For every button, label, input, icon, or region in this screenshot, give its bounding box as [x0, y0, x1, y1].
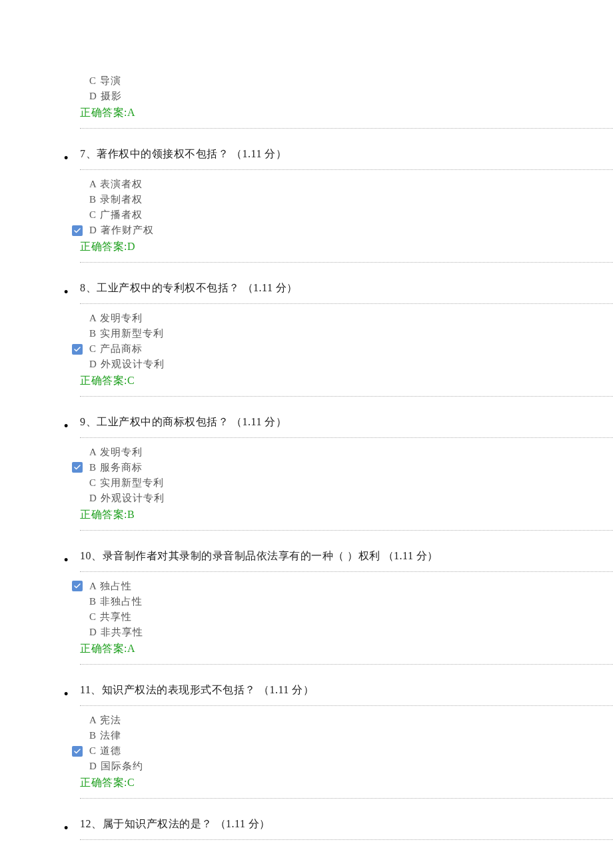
divider	[80, 437, 613, 438]
checkmark-icon	[72, 462, 83, 473]
question-item: •12、属于知识产权法的是？（1.11 分）	[80, 817, 613, 859]
prefix-options: C 导演D 摄影	[80, 73, 613, 105]
answer-prefix: 正确答案:	[80, 107, 127, 118]
option-label: C 实用新型专利	[89, 475, 164, 491]
option-label: A 独占性	[89, 579, 132, 594]
option[interactable]: A 独占性	[89, 579, 613, 594]
option[interactable]: B 服务商标	[89, 460, 613, 475]
divider	[80, 530, 613, 531]
options-container: A 表演者权B 录制者权C 广播者权D 著作财产权	[80, 177, 613, 239]
question-title: 11、知识产权法的表现形式不包括？（1.11 分）	[80, 683, 613, 697]
answer-value: A	[127, 107, 135, 118]
option[interactable]: D 非共享性	[89, 625, 613, 640]
option[interactable]: A 发明专利	[89, 445, 613, 460]
option[interactable]: D 国际条约	[89, 759, 613, 774]
option-label: A 发明专利	[89, 311, 143, 326]
options-container: A 发明专利B 服务商标C 实用新型专利D 外观设计专利	[80, 445, 613, 507]
question-text: 知识产权法的表现形式不包括？	[102, 684, 256, 695]
question-text: 工业产权中的商标权包括？	[97, 416, 229, 427]
option[interactable]: C 道德	[89, 743, 613, 759]
option-label: D 外观设计专利	[89, 491, 165, 506]
option-label: B 服务商标	[89, 460, 143, 475]
option-label: A 宪法	[89, 713, 121, 728]
answer-prefix: 正确答案:	[80, 643, 127, 654]
bullet-icon: •	[64, 152, 68, 164]
checkmark-icon	[72, 581, 83, 591]
option[interactable]: A 表演者权	[89, 177, 613, 192]
options-container: A 发明专利B 实用新型专利C 产品商标D 外观设计专利	[80, 311, 613, 373]
option-label: C 道德	[89, 743, 121, 759]
question-points: （1.11 分）	[231, 416, 287, 427]
divider	[80, 303, 613, 304]
option-label: B 法律	[89, 728, 121, 743]
bullet-icon: •	[64, 286, 68, 298]
divider	[80, 169, 613, 170]
option[interactable]: C 产品商标	[89, 341, 613, 357]
checkmark-icon	[72, 344, 83, 355]
option[interactable]: C 共享性	[89, 609, 613, 625]
option-label: B 录制者权	[89, 192, 143, 207]
option-label: B 非独占性	[89, 594, 143, 609]
correct-answer: 正确答案:A	[80, 106, 613, 120]
question-text: 著作权中的领接权不包括？	[97, 148, 229, 159]
option-label: D 国际条约	[89, 759, 143, 774]
correct-answer: 正确答案:D	[80, 240, 613, 254]
divider	[80, 262, 613, 263]
options-container: A 宪法B 法律C 道德D 国际条约	[80, 713, 613, 775]
divider	[80, 128, 613, 129]
option-label: A 表演者权	[89, 177, 143, 192]
answer-prefix: 正确答案:	[80, 777, 127, 788]
option-label: D 摄影	[89, 89, 122, 104]
option-label: D 外观设计专利	[89, 357, 165, 372]
question-item: •10、录音制作者对其录制的录音制品依法享有的一种（ ）权利（1.11 分）A …	[80, 549, 613, 683]
bullet-icon: •	[64, 822, 68, 834]
option[interactable]: D 摄影	[89, 89, 613, 104]
divider	[80, 571, 613, 572]
option[interactable]: B 法律	[89, 728, 613, 743]
option-label: A 发明专利	[89, 445, 143, 460]
divider	[80, 798, 613, 799]
question-number: 7、	[80, 148, 97, 159]
question-number: 11、	[80, 684, 102, 695]
question-number: 9、	[80, 416, 97, 427]
question-title: 10、录音制作者对其录制的录音制品依法享有的一种（ ）权利（1.11 分）	[80, 549, 613, 563]
answer-prefix: 正确答案:	[80, 509, 127, 520]
bullet-icon: •	[64, 554, 68, 566]
option-label: C 导演	[89, 73, 121, 89]
question-item: •7、著作权中的领接权不包括？（1.11 分）A 表演者权B 录制者权C 广播者…	[80, 147, 613, 281]
question-text: 属于知识产权法的是？	[103, 818, 213, 829]
option[interactable]: C 实用新型专利	[89, 475, 613, 491]
divider	[80, 705, 613, 706]
option[interactable]: D 著作财产权	[89, 223, 613, 238]
question-title: 9、工业产权中的商标权包括？（1.11 分）	[80, 415, 613, 429]
option[interactable]: C 广播者权	[89, 207, 613, 223]
question-item: •11、知识产权法的表现形式不包括？（1.11 分）A 宪法B 法律C 道德D …	[80, 683, 613, 817]
option[interactable]: C 导演	[89, 73, 613, 89]
divider	[80, 664, 613, 665]
question-text: 工业产权中的专利权不包括？	[97, 282, 240, 293]
option[interactable]: B 实用新型专利	[89, 326, 613, 341]
option-label: C 共享性	[89, 609, 132, 625]
question-number: 12、	[80, 818, 103, 829]
option[interactable]: A 发明专利	[89, 311, 613, 326]
answer-value: A	[127, 643, 135, 654]
question-points: （1.11 分）	[243, 282, 298, 293]
question-text: 录音制作者对其录制的录音制品依法享有的一种（ ）权利	[103, 550, 380, 561]
option[interactable]: B 录制者权	[89, 192, 613, 207]
option[interactable]: D 外观设计专利	[89, 491, 613, 506]
answer-value: C	[127, 777, 135, 788]
prefix-fragment: C 导演D 摄影 正确答案:A	[80, 73, 613, 147]
option[interactable]: D 外观设计专利	[89, 357, 613, 372]
answer-prefix: 正确答案:	[80, 241, 127, 252]
question-points: （1.11 分）	[215, 818, 271, 829]
question-item: •9、工业产权中的商标权包括？（1.11 分）A 发明专利B 服务商标C 实用新…	[80, 415, 613, 549]
option-label: C 广播者权	[89, 207, 143, 223]
question-number: 10、	[80, 550, 103, 561]
option[interactable]: A 宪法	[89, 713, 613, 728]
correct-answer: 正确答案:A	[80, 642, 613, 656]
answer-value: C	[127, 375, 135, 386]
option[interactable]: B 非独占性	[89, 594, 613, 609]
checkmark-icon	[72, 225, 83, 236]
checkmark-icon	[72, 746, 83, 757]
answer-prefix: 正确答案:	[80, 375, 127, 386]
